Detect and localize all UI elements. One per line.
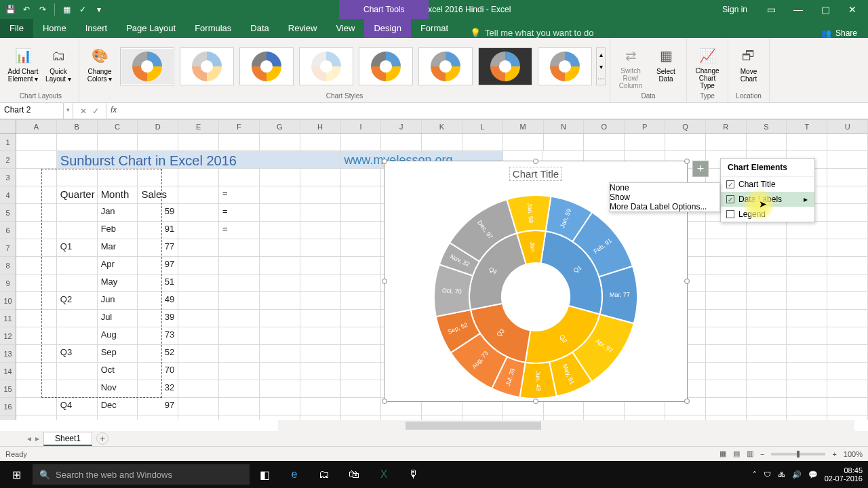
row-header-8[interactable]: 8	[0, 257, 16, 274]
move-chart-button[interactable]: 🗗Move Chart	[732, 43, 765, 89]
col-header-Q[interactable]: Q	[665, 120, 706, 134]
qat-customize-icon[interactable]: ▾	[92, 2, 106, 17]
col-header-R[interactable]: R	[706, 120, 747, 134]
chart-style-2[interactable]	[180, 47, 234, 85]
chart-styles-more[interactable]: ▴▾⋯	[596, 47, 606, 85]
save-icon[interactable]: 💾	[3, 2, 18, 17]
chart-elements-item-legend[interactable]: Legend	[721, 207, 814, 222]
start-button[interactable]: ⊞	[0, 468, 33, 481]
chart-elements-item-charttitle[interactable]: ✓Chart Title	[721, 177, 814, 192]
mic-icon[interactable]: 🎙	[399, 461, 429, 488]
col-header-M[interactable]: M	[503, 120, 544, 134]
row-header-5[interactable]: 5	[0, 204, 16, 222]
select-data-button[interactable]: ▦Select Data	[650, 43, 682, 89]
datalabels-more[interactable]: More Data Label Options...	[610, 202, 719, 211]
chart-style-3[interactable]	[239, 47, 294, 85]
tab-review[interactable]: Review	[279, 19, 327, 38]
tray-security-icon[interactable]: 🛡	[764, 470, 771, 479]
chart-style-1[interactable]	[120, 47, 174, 85]
store-icon[interactable]: 🛍	[339, 461, 369, 488]
row-header-14[interactable]: 14	[0, 363, 16, 380]
horizontal-scrollbar[interactable]	[278, 420, 854, 431]
select-all-triangle[interactable]	[0, 120, 16, 134]
edge-icon[interactable]: e	[279, 461, 309, 488]
formula-input[interactable]	[121, 103, 868, 119]
zoom-slider[interactable]	[771, 453, 825, 455]
tab-file[interactable]: File	[0, 19, 33, 38]
close-icon[interactable]: ✕	[844, 4, 861, 15]
tab-view[interactable]: View	[326, 19, 364, 38]
tray-network-icon[interactable]: 🖧	[778, 470, 785, 479]
row-header-4[interactable]: 4	[0, 186, 16, 204]
sheet-nav-last-icon[interactable]: ▸	[35, 434, 39, 443]
chart-style-5[interactable]	[359, 47, 413, 85]
chart-style-7[interactable]	[478, 47, 532, 85]
tellme-search[interactable]: 💡 Tell me what you want to do	[470, 28, 593, 38]
row-header-1[interactable]: 1	[0, 134, 16, 151]
fx-icon[interactable]: fx	[106, 103, 121, 119]
row-header-3[interactable]: 3	[0, 169, 16, 186]
col-header-U[interactable]: U	[827, 120, 868, 134]
col-header-B[interactable]: B	[57, 120, 98, 134]
redo-icon[interactable]: ↷	[35, 2, 50, 17]
chart-elements-item-datalabels[interactable]: ✓Data Labels▸	[721, 192, 814, 207]
view-normal-icon[interactable]: ▦	[719, 449, 726, 458]
row-header-16[interactable]: 16	[0, 398, 16, 415]
taskbar-search[interactable]: 🔍 Search the web and Windows	[33, 464, 250, 485]
datalabels-none[interactable]: None	[610, 183, 719, 192]
file-explorer-icon[interactable]: 🗂	[309, 461, 339, 488]
add-chart-element-button[interactable]: 📊Add Chart Element ▾	[7, 43, 39, 89]
col-header-D[interactable]: D	[138, 120, 178, 134]
col-header-N[interactable]: N	[544, 120, 585, 134]
row-header-12[interactable]: 12	[0, 327, 16, 345]
row-header-17[interactable]: 17	[0, 415, 16, 420]
col-header-A[interactable]: A	[16, 120, 57, 134]
chart-style-8[interactable]	[538, 47, 592, 85]
col-header-P[interactable]: P	[625, 120, 665, 134]
tab-formulas[interactable]: Formulas	[185, 19, 241, 38]
col-header-E[interactable]: E	[178, 120, 219, 134]
row-header-15[interactable]: 15	[0, 380, 16, 398]
chart-style-4[interactable]	[299, 47, 353, 85]
share-button[interactable]: 👥 Share	[821, 28, 868, 38]
excel-taskbar-icon[interactable]: X	[369, 461, 399, 488]
tray-chevron-icon[interactable]: ˄	[753, 470, 757, 479]
signin-link[interactable]: Sign in	[722, 5, 747, 14]
col-header-H[interactable]: H	[300, 120, 341, 134]
tray-volume-icon[interactable]: 🔊	[792, 470, 802, 479]
tab-data[interactable]: Data	[241, 19, 278, 38]
minimize-icon[interactable]: —	[789, 4, 807, 15]
zoom-level[interactable]: 100%	[844, 450, 863, 458]
col-header-T[interactable]: T	[787, 120, 827, 134]
name-box[interactable]: Chart 2	[0, 103, 64, 119]
ribbon-display-icon[interactable]: ▭	[762, 4, 780, 15]
row-header-7[interactable]: 7	[0, 239, 16, 257]
view-pagebreak-icon[interactable]: ▥	[747, 449, 753, 458]
chart-title[interactable]: Chart Title	[509, 167, 562, 181]
col-header-L[interactable]: L	[462, 120, 503, 134]
tab-pagelayout[interactable]: Page Layout	[117, 19, 185, 38]
worksheet-grid[interactable]: ABCDEFGHIJKLMNOPQRSTU 123456789101112131…	[0, 119, 868, 420]
row-header-11[interactable]: 11	[0, 310, 16, 327]
zoom-in-icon[interactable]: +	[832, 450, 836, 458]
col-header-J[interactable]: J	[381, 120, 422, 134]
tab-design[interactable]: Design	[364, 19, 410, 38]
zoom-out-icon[interactable]: −	[760, 450, 764, 458]
col-header-C[interactable]: C	[98, 120, 138, 134]
chart-style-6[interactable]	[418, 47, 473, 85]
row-header-6[interactable]: 6	[0, 222, 16, 239]
quick-layout-button[interactable]: 🗂Quick Layout ▾	[42, 43, 75, 89]
cancel-formula-icon[interactable]: ✕	[80, 106, 87, 116]
tab-format[interactable]: Format	[411, 19, 458, 38]
sunburst-chart[interactable]: Q1Jan, 59Feb, 91Mar, 77Q2Apr, 97May, 51J…	[427, 188, 644, 405]
tab-insert[interactable]: Insert	[76, 19, 117, 38]
row-header-9[interactable]: 9	[0, 274, 16, 292]
row-header-13[interactable]: 13	[0, 345, 16, 363]
col-header-K[interactable]: K	[422, 120, 462, 134]
change-chart-type-button[interactable]: 📈Change Chart Type	[691, 43, 724, 89]
datalabels-show[interactable]: Show	[610, 192, 719, 202]
view-pagelayout-icon[interactable]: ▤	[733, 449, 740, 458]
col-header-G[interactable]: G	[260, 120, 300, 134]
namebox-dropdown-icon[interactable]: ▾	[64, 103, 73, 119]
qat-touch-icon[interactable]: ▦	[59, 2, 74, 17]
